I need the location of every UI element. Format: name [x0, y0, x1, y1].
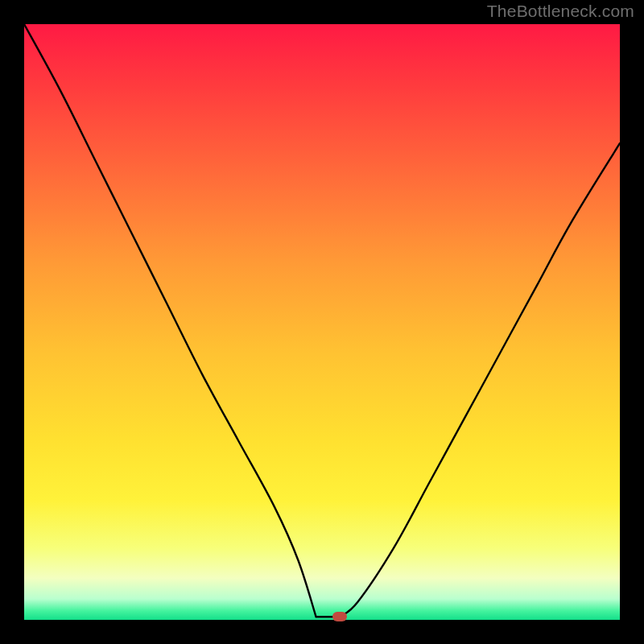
optimal-marker [332, 612, 347, 621]
plot-area [24, 24, 620, 620]
chart-frame: TheBottleneck.com [0, 0, 644, 644]
curve-layer [24, 24, 620, 620]
watermark-text: TheBottleneck.com [487, 2, 634, 21]
bottleneck-curve [24, 24, 620, 617]
